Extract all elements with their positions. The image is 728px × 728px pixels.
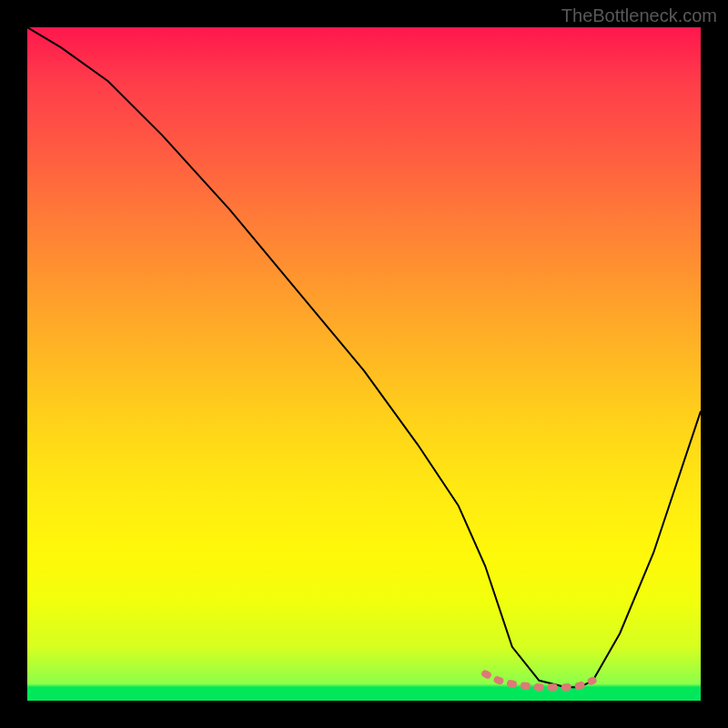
- chart-plot-area: [27, 27, 701, 701]
- watermark-text: TheBottleneck.com: [561, 5, 717, 26]
- chart-background-gradient: [27, 27, 701, 701]
